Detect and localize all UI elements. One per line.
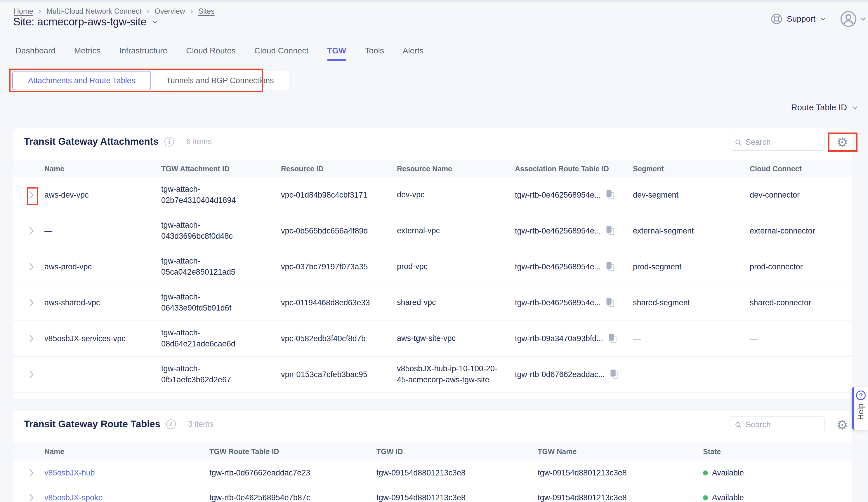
tgw-id: tgw-09154d8801213c3e8 — [376, 493, 538, 502]
status-dot — [703, 495, 708, 500]
search-icon — [735, 420, 742, 429]
column-header: Resource ID — [281, 165, 397, 173]
copy-icon[interactable] — [608, 333, 617, 344]
tgw-attachment-id: tgw-attach-05ca042e850121ad5 — [161, 256, 238, 278]
expand-row-chevron-icon[interactable] — [13, 493, 44, 502]
breadcrumb-item[interactable]: Multi-Cloud Network Connect — [46, 7, 155, 16]
copy-icon[interactable] — [606, 190, 615, 200]
tgw-attachment-id: tgw-attach-06433e90fd5b91d6f — [161, 292, 238, 314]
attachment-name: v85osbJX-services-vpc — [44, 334, 161, 343]
page-title: Site: acmecorp-aws-tgw-site — [13, 16, 147, 28]
column-header: TGW ID — [376, 447, 538, 456]
association-route-table-id: tgw-rtb-0e462568954e... — [515, 227, 601, 236]
expand-row-chevron-icon[interactable] — [13, 262, 44, 271]
site-switcher-chevron-down-icon[interactable] — [151, 18, 159, 26]
attachments-table-header: Name TGW Attachment ID Resource ID Resou… — [13, 160, 852, 177]
attachments-table-body: aws-dev-vpc tgw-attach-02b7e4310404d1894… — [13, 177, 852, 393]
attachment-row: v85osbJX-services-vpc tgw-attach-08d64e2… — [13, 321, 852, 357]
help-label: Help — [856, 404, 865, 420]
route-tables-search-box — [730, 417, 825, 433]
route-tables-title: Transit Gateway Route Tables — [24, 419, 161, 430]
expand-row-chevron-icon[interactable] — [13, 298, 44, 307]
route-table-name-link[interactable]: v85osbJX-spoke — [44, 493, 103, 502]
expand-row-chevron-icon[interactable] — [13, 191, 44, 199]
association-route-table-id: tgw-rtb-0d67662eaddac... — [515, 370, 605, 379]
support-menu[interactable]: Support — [771, 13, 827, 25]
resource-id: vpn-0153ca7cfeb3bac95 — [281, 370, 397, 379]
attachment-row: aws-shared-vpc tgw-attach-06433e90fd5b91… — [13, 285, 852, 321]
segment: prod-segment — [633, 262, 750, 271]
nav-tab[interactable]: Cloud Connect — [255, 46, 308, 61]
breadcrumb-item[interactable]: Sites — [198, 7, 215, 15]
route-tables-info-icon[interactable]: i — [166, 419, 176, 429]
nav-tab[interactable]: Metrics — [74, 46, 101, 61]
tgw-name: tgw-09154d8801213c3e8 — [538, 469, 703, 478]
tgw-name: tgw-09154d8801213c3e8 — [538, 493, 703, 502]
attachments-settings-gear-icon[interactable]: ⚙ — [833, 133, 852, 152]
resource-id: vpc-037bc79197f073a35 — [281, 262, 397, 271]
support-chevron-down-icon — [819, 15, 827, 22]
nav-tab[interactable]: TGW — [327, 46, 346, 61]
attachment-name: — — [44, 227, 161, 236]
nav-tab[interactable]: Infrastructure — [119, 46, 167, 61]
attachment-row: aws-dev-vpc tgw-attach-02b7e4310404d1894… — [13, 177, 852, 213]
header-actions: Support — [771, 11, 867, 28]
nav-tab[interactable]: Alerts — [403, 46, 424, 61]
column-header: Resource Name — [397, 165, 515, 173]
route-tables-search-input[interactable] — [746, 420, 820, 429]
column-header: Cloud Connect — [750, 165, 852, 173]
route-table-name-link[interactable]: v85osbJX-hub — [44, 469, 95, 477]
sub-tab[interactable]: Tunnels and BGP Connections — [151, 71, 289, 90]
nav-tab[interactable]: Cloud Routes — [186, 46, 236, 61]
avatar-icon — [840, 11, 857, 28]
nav-tab[interactable]: Dashboard — [16, 46, 55, 61]
resource-id: vpc-0b565bdc656a4f89d — [281, 227, 397, 236]
route-tables-settings-gear-icon[interactable]: ⚙ — [833, 415, 852, 434]
copy-icon[interactable] — [606, 297, 615, 308]
user-menu[interactable] — [840, 11, 867, 28]
nav-tabs: DashboardMetricsInfrastructureCloud Rout… — [16, 46, 423, 61]
attachment-row: — tgw-attach-043d3696bc8f0d48c vpc-0b565… — [13, 213, 852, 249]
column-header: Segment — [633, 165, 750, 173]
copy-icon[interactable] — [610, 369, 619, 380]
breadcrumb-item[interactable]: Home — [14, 7, 46, 16]
resource-id: vpc-01194468d8ed63e33 — [281, 298, 397, 307]
expand-row-chevron-icon[interactable] — [13, 227, 44, 235]
state-label: Available — [712, 469, 744, 478]
transit-gateway-attachments-card: Transit Gateway Attachments i 6 items ⚙ … — [13, 128, 852, 399]
copy-icon[interactable] — [606, 226, 615, 236]
help-tab[interactable]: ? Help — [852, 387, 868, 430]
column-header: TGW Name — [538, 447, 703, 456]
search-icon — [735, 138, 742, 147]
cloud-connect: dev-connector — [750, 191, 852, 200]
association-route-table-id: tgw-rtb-09a3470a93bfd... — [515, 334, 603, 343]
segment: — — [633, 334, 750, 343]
expand-row-chevron-icon[interactable] — [13, 334, 44, 343]
route-table-id-dropdown[interactable]: Route Table ID — [786, 103, 859, 112]
sub-tab[interactable]: Attachments and Route Tables — [12, 71, 151, 90]
expand-row-chevron-icon[interactable] — [13, 370, 44, 379]
column-header: TGW Attachment ID — [161, 165, 281, 173]
nav-tab[interactable]: Tools — [365, 46, 384, 61]
transit-gateway-route-tables-card: Transit Gateway Route Tables i 3 items ⚙… — [13, 411, 852, 502]
route-tables-table-body: v85osbJX-hub tgw-rtb-0d67662eaddac7e23 t… — [13, 461, 852, 502]
association-route-table-id: tgw-rtb-0e462568954e... — [515, 262, 601, 271]
tgw-attachment-id: tgw-attach-08d64e21ade6cae6d — [161, 327, 238, 350]
support-label: Support — [787, 14, 815, 24]
route-tables-table-header: Name TGW Route Table ID TGW ID TGW Name … — [13, 442, 852, 461]
attachment-row: — tgw-attach-0f51aefc3b62d2e67 vpn-0153c… — [13, 357, 852, 393]
attachments-search-input[interactable] — [746, 138, 820, 147]
attachments-title: Transit Gateway Attachments — [24, 136, 158, 147]
attachments-info-icon[interactable]: i — [164, 137, 174, 147]
cloud-connect: — — [750, 334, 852, 343]
tgw-attachment-id: tgw-attach-02b7e4310404d1894 — [161, 184, 238, 206]
breadcrumb-item[interactable]: Overview — [155, 7, 198, 16]
route-table-id-label: Route Table ID — [791, 103, 847, 112]
attachment-name: — — [44, 370, 161, 379]
column-header: Name — [44, 447, 209, 456]
copy-icon[interactable] — [606, 262, 615, 272]
attachment-name: aws-prod-vpc — [44, 262, 161, 271]
cloud-connect: shared-connector — [750, 298, 852, 307]
state-label: Available — [712, 493, 744, 502]
expand-row-chevron-icon[interactable] — [13, 469, 44, 477]
